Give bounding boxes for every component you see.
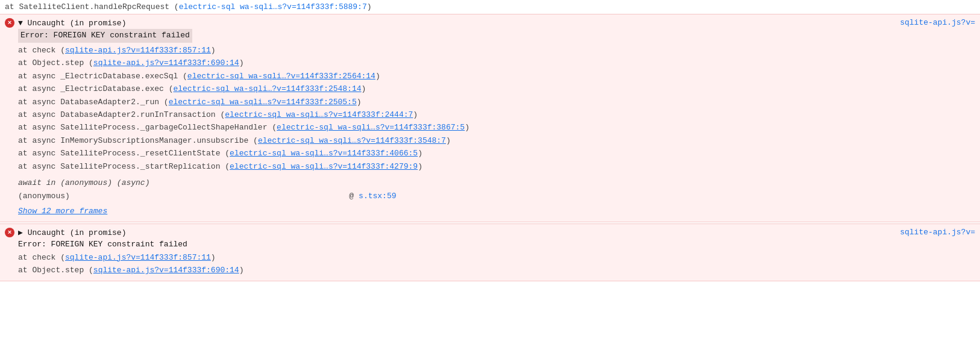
error-header-1: × ▼ Uncaught (in promise) sqlite-api.js?…: [0, 14, 980, 29]
stack-link-1-5[interactable]: electric-sql wa-sqli…s?v=114f333f:2444:7: [225, 110, 413, 119]
stack-link-1-3[interactable]: electric-sql wa-sqli…?v=114f333f:2548:14: [173, 84, 361, 93]
error-header-left-2: × ▶ Uncaught (in promise): [5, 228, 126, 237]
stack-line-2-1: at Object.step (sqlite-api.js?v=114f333f…: [18, 264, 975, 276]
stack-link-1-9[interactable]: electric-sql wa-sqli…s?v=114f333f:4279:9: [230, 162, 418, 171]
error-message-text-1: Error: FOREIGN KEY constraint failed: [18, 29, 192, 43]
stack-line-1-3: at async _ElectricDatabase.exec (electri…: [18, 83, 975, 95]
stack-link-2-0[interactable]: sqlite-api.js?v=114f333f:857:11: [65, 253, 211, 262]
await-line-1: await in (anonymous) (async): [18, 176, 975, 189]
stack-link-1-7[interactable]: electric-sql wa-sqli…s?v=114f333f:3548:7: [258, 136, 446, 145]
error-message-text-2: Error: FOREIGN KEY constraint failed: [18, 240, 187, 249]
top-line-text: at SatelliteClient.handleRpcRequest (: [5, 2, 179, 11]
anon-at-label: @: [147, 190, 354, 202]
error-source-link-2[interactable]: sqlite-api.js?v=: [900, 228, 975, 237]
stack-link-1-4[interactable]: electric-sql wa-sqli…s?v=114f333f:2505:5: [169, 98, 357, 107]
error-icon-2: ×: [5, 228, 14, 237]
show-more-container-1: Show 12 more frames: [18, 202, 975, 218]
stack-line-1-4: at async DatabaseAdapter2._run (electric…: [18, 96, 975, 108]
console-panel: at SatelliteClient.handleRpcRequest (ele…: [0, 0, 980, 281]
stack-line-1-5: at async DatabaseAdapter2.runInTransacti…: [18, 108, 975, 121]
stack-line-1-9: at async SatelliteProcess._startReplicat…: [18, 160, 975, 173]
stack-link-1-0[interactable]: sqlite-api.js?v=114f333f:857:11: [65, 46, 211, 55]
top-line-close: ): [367, 2, 372, 11]
error-source-link-1[interactable]: sqlite-api.js?v=: [900, 18, 975, 27]
stack-link-1-8[interactable]: electric-sql wa-sqli…s?v=114f333f:4066:5: [230, 149, 418, 158]
stack-line-1-1: at Object.step (sqlite-api.js?v=114f333f…: [18, 57, 975, 69]
anon-line-1: (anonymous) @ s.tsx:59: [18, 190, 975, 202]
stack-link-2-1[interactable]: sqlite-api.js?v=114f333f:690:14: [93, 266, 239, 275]
error-message-1: Error: FOREIGN KEY constraint failed: [18, 29, 975, 44]
error-body-2: Error: FOREIGN KEY constraint failed at …: [0, 239, 980, 281]
error-title-2[interactable]: ▶ Uncaught (in promise): [18, 228, 126, 237]
stack-line-1-8: at async SatelliteProcess._resetClientSt…: [18, 147, 975, 160]
error-body-1: Error: FOREIGN KEY constraint failed at …: [0, 29, 980, 222]
stack-line-2-0: at check (sqlite-api.js?v=114f333f:857:1…: [18, 251, 975, 264]
error-block-1: × ▼ Uncaught (in promise) sqlite-api.js?…: [0, 14, 980, 222]
error-icon-1: ×: [5, 18, 14, 28]
stack-link-1-1[interactable]: sqlite-api.js?v=114f333f:690:14: [93, 58, 239, 67]
top-line-link[interactable]: electric-sql wa-sqli…s?v=114f333f:5889:7: [179, 2, 367, 11]
error-title-1[interactable]: ▼ Uncaught (in promise): [18, 19, 126, 28]
error-header-2: × ▶ Uncaught (in promise) sqlite-api.js?…: [0, 224, 980, 239]
show-more-link-1[interactable]: Show 12 more frames: [18, 205, 107, 217]
stack-line-1-6: at async SatelliteProcess._garbageCollec…: [18, 121, 975, 134]
error-header-left-1: × ▼ Uncaught (in promise): [5, 18, 126, 28]
stack-link-1-2[interactable]: electric-sql wa-sqli…?v=114f333f:2564:14: [187, 72, 375, 81]
error-block-2: × ▶ Uncaught (in promise) sqlite-api.js?…: [0, 223, 980, 281]
stack-link-1-6[interactable]: electric-sql wa-sqli…s?v=114f333f:3867:5: [277, 123, 465, 132]
stack-line-1-0: at check (sqlite-api.js?v=114f333f:857:1…: [18, 44, 975, 57]
error-message-2: Error: FOREIGN KEY constraint failed: [18, 239, 975, 251]
stack-line-1-2: at async _ElectricDatabase.execSql (elec…: [18, 70, 975, 83]
stack-line-1-7: at async InMemorySubscriptionsManager.un…: [18, 134, 975, 147]
anon-label-1: (anonymous): [18, 190, 70, 202]
top-line: at SatelliteClient.handleRpcRequest (ele…: [0, 0, 980, 14]
anon-at-link[interactable]: s.tsx:59: [359, 190, 396, 202]
